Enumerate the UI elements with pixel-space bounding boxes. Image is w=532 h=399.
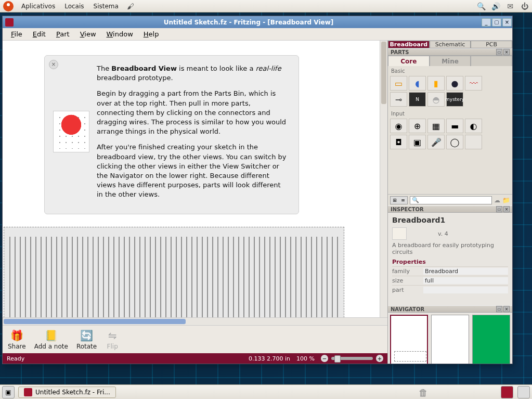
inspector-close-icon[interactable]: × — [503, 206, 510, 212]
canvas-scrollbar-vertical[interactable] — [380, 41, 387, 317]
help-paragraph-2: Begin by dragging a part from the Parts … — [97, 89, 287, 136]
minimize-button[interactable]: _ — [482, 18, 491, 27]
prop-size[interactable]: sizefull — [392, 276, 508, 285]
part-switch[interactable]: ▦ — [427, 119, 445, 133]
nav-thumb-pcb[interactable]: PCB — [472, 315, 510, 364]
menubar: File Edit Part View Window Help — [3, 28, 512, 41]
add-note-button[interactable]: 📒Add a note — [34, 329, 68, 350]
part-encoder[interactable]: ◉ — [390, 119, 407, 133]
part-inductor[interactable]: 〰 — [465, 76, 482, 91]
status-ready: Ready — [7, 355, 24, 362]
nav-thumb-breadboard[interactable]: Breadboard — [390, 315, 428, 364]
menu-locais[interactable]: Locais — [60, 3, 88, 10]
power-icon[interactable]: ⏻ — [520, 1, 530, 11]
part-cap-electrolytic[interactable]: ● — [446, 76, 463, 91]
tab-breadboard[interactable]: Breadboard — [388, 41, 430, 48]
part-blank[interactable] — [465, 135, 482, 149]
inspector-part-name: Breadboard1 — [392, 216, 508, 224]
share-button[interactable]: 🎁Share — [8, 329, 26, 350]
part-mic[interactable]: 🎤 — [427, 135, 445, 149]
parts-tab-more[interactable] — [471, 56, 512, 66]
maximize-button[interactable]: ▢ — [492, 18, 501, 27]
mail-icon[interactable]: ✉ — [505, 1, 515, 11]
note-icon: 📒 — [44, 329, 58, 342]
part-speaker[interactable]: ◯ — [446, 135, 463, 149]
panel-undock-icon[interactable]: ▭ — [496, 49, 502, 55]
parts-tab-mine[interactable]: Mine — [430, 56, 471, 66]
part-relay[interactable]: ▣ — [409, 135, 426, 149]
canvas-scrollbar-horizontal[interactable] — [3, 317, 387, 325]
part-slider[interactable]: ▬ — [446, 119, 463, 133]
titlebar[interactable]: Untitled Sketch.fz - Fritzing - [Breadbo… — [3, 16, 512, 28]
part-diode[interactable]: ⊸ — [390, 92, 407, 107]
part-resistor[interactable]: ▭ — [390, 76, 407, 91]
part-joystick[interactable]: ⊕ — [409, 119, 426, 133]
trash-icon[interactable]: 🗑 — [419, 387, 428, 398]
nav-thumb-schematic[interactable]: Schematic — [431, 315, 469, 364]
menu-window[interactable]: Window — [101, 29, 138, 40]
prop-part: part — [392, 285, 508, 294]
panel-close-icon[interactable]: × — [503, 49, 510, 55]
show-desktop-button[interactable]: ▣ — [2, 386, 15, 398]
rotate-icon: 🔄 — [80, 329, 94, 342]
bottom-toolbar: 🎁Share 📒Add a note 🔄Rotate ⇋Flip — [3, 325, 387, 353]
breadboard-canvas[interactable]: × The Breadboard View is meant to look l… — [3, 41, 387, 317]
fritzing-app-icon — [5, 18, 14, 27]
parts-tab-core[interactable]: Core — [388, 56, 430, 66]
gnome-bottom-panel: ▣ Untitled Sketch.fz - Fri... 🗑 — [0, 384, 532, 399]
gift-icon: 🎁 — [9, 329, 24, 342]
search-tray-icon[interactable]: 🔍 — [476, 1, 486, 11]
rotate-button[interactable]: 🔄Rotate — [76, 329, 97, 350]
volume-icon[interactable]: 🔊 — [490, 1, 501, 11]
inspector-panel-header[interactable]: INSPECTOR ▭ × — [388, 205, 512, 213]
parts-import-icon[interactable]: ☁ — [494, 197, 500, 204]
parts-section-basic: Basic — [390, 67, 510, 75]
zoom-out-button[interactable]: − — [321, 355, 328, 362]
ubuntu-logo-icon[interactable] — [3, 1, 14, 11]
window-title: Untitled Sketch.fz - Fritzing - [Breadbo… — [16, 19, 481, 26]
part-led[interactable]: ◓ — [427, 92, 445, 107]
part-transistor[interactable]: N — [409, 92, 426, 107]
breadboard-part[interactable] — [4, 227, 344, 317]
workspace-switcher[interactable] — [501, 386, 513, 398]
inspector-properties-header: Properties — [392, 259, 508, 265]
help-close-icon[interactable]: × — [49, 60, 58, 69]
navigator-undock-icon[interactable]: ▭ — [496, 306, 502, 312]
close-button[interactable]: × — [502, 18, 512, 27]
parts-search-input[interactable]: 🔍 — [410, 196, 492, 204]
paintbrush-icon[interactable]: 🖌 — [125, 1, 136, 11]
menu-part[interactable]: Part — [51, 29, 75, 40]
part-potentiometer[interactable]: ◐ — [465, 119, 482, 133]
parts-panel-header[interactable]: PARTS ▭ × — [388, 48, 512, 56]
navigator-panel-header[interactable]: NAVIGATOR ▭ × — [388, 305, 512, 313]
fritzing-taskbar-icon — [24, 388, 32, 396]
flip-icon: ⇋ — [105, 329, 120, 342]
workspace-2[interactable] — [517, 386, 530, 398]
fritzing-window: Untitled Sketch.fz - Fritzing - [Breadbo… — [2, 16, 513, 364]
taskbar-fritzing[interactable]: Untitled Sketch.fz - Fri... — [18, 387, 116, 398]
navigator-close-icon[interactable]: × — [503, 306, 510, 312]
menu-edit[interactable]: Edit — [28, 29, 51, 40]
part-button[interactable]: ◘ — [390, 135, 407, 149]
zoom-in-button[interactable]: + — [376, 355, 383, 362]
help-card: × The Breadboard View is meant to look l… — [44, 55, 299, 214]
part-cap-ceramic[interactable]: ◖ — [409, 76, 426, 91]
inspector-undock-icon[interactable]: ▭ — [496, 206, 502, 212]
inspector-version: v. 4 — [438, 230, 448, 237]
parts-view-toggle[interactable]: ⊞≡ — [390, 196, 408, 204]
menu-view[interactable]: View — [75, 29, 101, 40]
prop-family: familyBreadboard — [392, 266, 508, 276]
menu-sistema[interactable]: Sistema — [89, 3, 123, 10]
menu-file[interactable]: File — [6, 29, 28, 40]
part-cap-tantalum[interactable]: ▮ — [427, 76, 445, 91]
statusbar: Ready 0.133 2.700 in 100 % − + — [3, 353, 387, 364]
flip-button[interactable]: ⇋Flip — [105, 329, 120, 350]
tab-pcb[interactable]: PCB — [471, 41, 512, 48]
tab-schematic[interactable]: Schematic — [430, 41, 471, 48]
menu-aplicativos[interactable]: Aplicativos — [17, 3, 60, 10]
zoom-slider[interactable] — [331, 357, 373, 360]
inspector-description: A breadboard for easily prototyping circ… — [392, 242, 508, 255]
menu-help[interactable]: Help — [138, 29, 164, 40]
part-mystery[interactable]: mystery — [446, 92, 463, 107]
parts-folder-icon[interactable]: 📁 — [502, 197, 510, 204]
